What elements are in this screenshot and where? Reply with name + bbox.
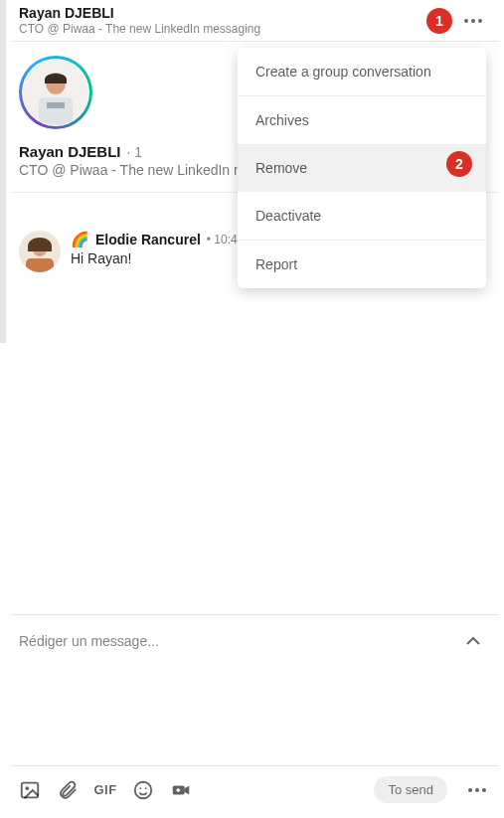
menu-item-report[interactable]: Report: [238, 241, 486, 288]
emoji-button[interactable]: [132, 779, 154, 801]
svg-point-10: [25, 786, 29, 790]
chat-header-subtitle: CTO @ Piwaa - The new LinkedIn messaging: [19, 22, 457, 36]
compose-input[interactable]: [19, 633, 461, 649]
svg-rect-8: [26, 258, 54, 272]
rainbow-icon: 🌈: [71, 231, 89, 248]
menu-item-deactivate[interactable]: Deactivate: [238, 192, 486, 240]
scroll-indicator: [0, 0, 6, 343]
svg-point-13: [145, 787, 147, 789]
avatar-illustration: [23, 60, 88, 125]
message-sender[interactable]: Elodie Rancurel: [95, 232, 201, 247]
profile-avatar[interactable]: [19, 56, 92, 129]
message-avatar[interactable]: [19, 231, 61, 272]
chevron-up-icon: [461, 629, 485, 653]
menu-item-archives[interactable]: Archives: [238, 96, 486, 144]
emoji-icon: [132, 779, 154, 801]
send-button[interactable]: To send: [374, 776, 447, 803]
svg-rect-9: [22, 782, 39, 797]
image-attach-button[interactable]: [19, 779, 41, 801]
paperclip-icon: [57, 779, 79, 801]
video-icon: [170, 779, 192, 801]
annotation-badge-1: 1: [426, 8, 452, 34]
chat-header-name: Rayan DJEBLI: [19, 5, 457, 22]
chat-header-identity[interactable]: Rayan DJEBLI CTO @ Piwaa - The new Linke…: [19, 5, 457, 36]
menu-item-create-group[interactable]: Create a group conversation: [238, 48, 486, 95]
svg-point-11: [135, 781, 152, 798]
compose-toolbar: GIF To send: [11, 765, 499, 813]
ellipsis-icon: [464, 19, 482, 23]
image-icon: [19, 779, 41, 801]
file-attach-button[interactable]: [57, 779, 79, 801]
annotation-badge-2: 2: [446, 151, 472, 177]
svg-point-12: [139, 787, 141, 789]
svg-rect-3: [39, 97, 73, 125]
gif-button[interactable]: GIF: [94, 779, 116, 801]
collapse-compose-button[interactable]: [461, 629, 485, 653]
svg-rect-4: [47, 102, 65, 108]
svg-rect-16: [176, 789, 180, 791]
connection-degree: · 1: [127, 144, 143, 160]
video-button[interactable]: [170, 779, 192, 801]
profile-name[interactable]: Rayan DJEBLI: [19, 143, 121, 160]
toolbar-more-button[interactable]: [463, 779, 491, 801]
more-options-button[interactable]: [457, 5, 489, 37]
ellipsis-icon: [468, 788, 486, 792]
compose-area: [11, 614, 499, 768]
